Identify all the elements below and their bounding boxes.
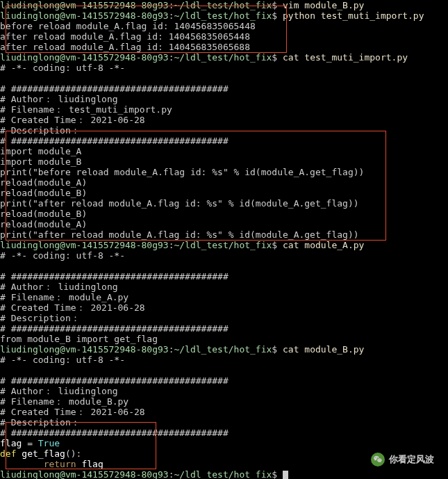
terminal-line: after reload module_A.flag id: 140456835… xyxy=(0,42,448,52)
terminal-line: import module_A xyxy=(0,146,448,156)
terminal-line: liudinglong@vm-1415572948-80g93:~/ldl_te… xyxy=(0,10,448,21)
terminal-line: # ######################################… xyxy=(0,375,448,386)
terminal-line: # Description： xyxy=(0,417,448,428)
terminal-line: print("after reload module_A.flag id: %s… xyxy=(0,229,448,240)
terminal-line: reload(module_B) xyxy=(0,209,448,219)
terminal-line: # Author： liudinglong xyxy=(0,282,448,292)
terminal-line: # Author： liudinglong xyxy=(0,94,448,104)
terminal-line: after reload module_A.flag id: 140456835… xyxy=(0,31,448,42)
terminal-line: # ######################################… xyxy=(0,136,448,146)
terminal-output: liudinglong@vm-1415572948-80g93:~/ldl_te… xyxy=(0,0,448,479)
terminal-line: # ######################################… xyxy=(0,271,448,282)
terminal-line: # Description： xyxy=(0,313,448,323)
terminal-line: flag = True xyxy=(0,438,448,448)
terminal-line: liudinglong@vm-1415572948-80g93:~/ldl_te… xyxy=(0,344,448,355)
terminal-line: # Description： xyxy=(0,125,448,136)
terminal-line: # Filename： module_A.py xyxy=(0,292,448,302)
terminal-line: reload(module_A) xyxy=(0,219,448,229)
terminal-line: liudinglong@vm-1415572948-80g93:~/ldl_te… xyxy=(0,469,448,479)
terminal-line: # -*- coding: utf-8 -*- xyxy=(0,355,448,365)
terminal-line: # Filename： module_B.py xyxy=(0,396,448,407)
terminal-line xyxy=(0,261,448,271)
cursor[interactable] xyxy=(283,471,288,479)
terminal-line: reload(module_A) xyxy=(0,177,448,188)
terminal-line: def get_flag(): xyxy=(0,448,448,459)
terminal-line: # Created Time： 2021-06-28 xyxy=(0,407,448,417)
terminal-line: # Author： liudinglong xyxy=(0,386,448,396)
terminal-line: liudinglong@vm-1415572948-80g93:~/ldl_te… xyxy=(0,240,448,250)
terminal-line: # Created Time： 2021-06-28 xyxy=(0,115,448,125)
terminal-line: liudinglong@vm-1415572948-80g93:~/ldl_te… xyxy=(0,0,448,10)
terminal-line xyxy=(0,365,448,375)
terminal-line: print("before reload module_A.flag id: %… xyxy=(0,167,448,177)
terminal-line: reload(module_B) xyxy=(0,188,448,198)
terminal-line: # ######################################… xyxy=(0,323,448,334)
terminal-line xyxy=(0,73,448,83)
terminal-line: return flag xyxy=(0,459,448,469)
terminal-line: # ######################################… xyxy=(0,428,448,438)
terminal-line: import module_B xyxy=(0,156,448,167)
terminal-line: # -*- coding: utf-8 -*- xyxy=(0,63,448,73)
terminal-line: liudinglong@vm-1415572948-80g93:~/ldl_te… xyxy=(0,52,448,63)
terminal-line: # Filename： test_muti_import.py xyxy=(0,104,448,115)
terminal-line: print("after reload module_A.flag id: %s… xyxy=(0,198,448,209)
terminal-line: # Created Time： 2021-06-28 xyxy=(0,302,448,313)
terminal-line: # -*- coding: utf-8 -*- xyxy=(0,250,448,261)
terminal-line: from module_B import get_flag xyxy=(0,334,448,344)
terminal-line: # ######################################… xyxy=(0,83,448,94)
terminal-line: before reload module_A.flag id: 14045683… xyxy=(0,21,448,31)
